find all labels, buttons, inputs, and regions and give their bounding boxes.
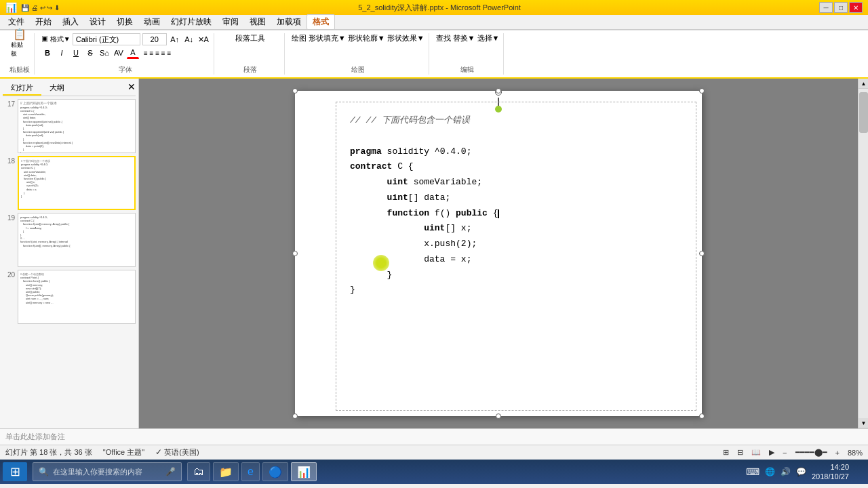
powerpoint-icon: 📊: [297, 466, 311, 479]
view-normal[interactable]: ⊞: [723, 448, 729, 457]
zoom-in-button[interactable]: +: [835, 449, 840, 457]
code-push: x.push(2);: [350, 237, 682, 252]
italic-button[interactable]: I: [56, 47, 68, 59]
search-box[interactable]: 🔍 在这里输入你要搜索的内容 🎤: [33, 462, 182, 481]
menu-slideshow[interactable]: 幻灯片放映: [165, 15, 217, 29]
task-view-icon: 🗂: [193, 466, 204, 478]
font-size-input[interactable]: [142, 33, 167, 45]
code-content: // // 下面代码包含一个错误 pragma solidity ^0.4.0;…: [336, 102, 696, 309]
tab-slides[interactable]: 幻灯片: [3, 81, 41, 96]
tab-outline[interactable]: 大纲: [41, 81, 73, 96]
menu-design[interactable]: 设计: [84, 15, 111, 29]
start-button[interactable]: ⊞: [3, 462, 27, 481]
language-indicator[interactable]: ✓ 英语(美国): [155, 447, 199, 458]
menu-transition[interactable]: 切换: [111, 15, 138, 29]
slide-thumb-19[interactable]: 19 pragma solidity ^0.4.0; contract C { …: [3, 213, 136, 267]
tray-network[interactable]: 🌐: [765, 467, 775, 476]
slide-panel: 幻灯片 大纲 ✕ 17 // 上面代码的另一个版本 pragma solidit…: [0, 79, 139, 428]
strikethrough-button[interactable]: S: [84, 47, 96, 59]
taskbar-task-view[interactable]: 🗂: [187, 462, 210, 481]
menu-insert[interactable]: 插入: [57, 15, 84, 29]
menu-view[interactable]: 视图: [244, 15, 271, 29]
view-slideshow[interactable]: ▶: [769, 448, 774, 457]
view-reading[interactable]: 📖: [751, 448, 761, 457]
code-contract: contract C {: [350, 159, 682, 175]
view-slide-sorter[interactable]: ⊟: [737, 448, 743, 457]
system-clock[interactable]: 14:20 2018/10/27: [812, 462, 849, 482]
font-size-icon: ▣ 格式▼: [41, 35, 71, 44]
code-uint-x: uint[] x;: [350, 221, 682, 237]
minimize-button[interactable]: ─: [819, 2, 833, 13]
taskbar-file-explorer[interactable]: 📁: [213, 462, 239, 481]
windows-icon: ⊞: [10, 464, 20, 479]
underline-button[interactable]: U: [70, 47, 82, 59]
code-function: function f() public {: [350, 206, 682, 222]
scroll-thumb[interactable]: [859, 92, 868, 133]
status-bar: 幻灯片 第 18 张，共 36 张 "Office 主题" ✓ 英语(美国) ⊞…: [0, 445, 868, 460]
font-format-row: B I U S S⌂ AV A ≡ ≡ ≡ ≡ ≡: [41, 47, 171, 59]
slide-info: 幻灯片 第 18 张，共 36 张: [5, 447, 92, 458]
close-button[interactable]: ✕: [849, 2, 863, 13]
app-icon: 📊: [5, 2, 17, 13]
zoom-bar[interactable]: ━━━━⬤━: [795, 448, 827, 457]
title-bar: 📊 💾 🖨 ↩ ↪ ⬇ 5_2_solidity深入讲解.pptx - Micr…: [0, 0, 868, 15]
menu-addins[interactable]: 加载项: [271, 15, 307, 29]
menu-review[interactable]: 审阅: [217, 15, 244, 29]
handle-tl[interactable]: [292, 88, 298, 94]
code-close-contract: }: [350, 283, 682, 298]
file-explorer-icon: 📁: [219, 466, 233, 479]
menu-animation[interactable]: 动画: [138, 15, 165, 29]
vertical-scrollbar[interactable]: ▲ ▼: [858, 79, 868, 428]
clear-format-button[interactable]: ✕A: [197, 33, 210, 45]
shadow-button[interactable]: S⌂: [98, 47, 111, 59]
taskbar-powerpoint[interactable]: 📊: [291, 462, 317, 481]
theme-info: "Office 主题": [103, 447, 144, 458]
char-spacing-button[interactable]: AV: [113, 47, 125, 59]
notes-bar: 单击此处添加备注: [0, 428, 868, 445]
code-close-fn: }: [350, 268, 682, 283]
code-data-assign: data = x;: [350, 252, 682, 268]
zoom-percent[interactable]: 88%: [848, 449, 863, 457]
handle-bl[interactable]: [292, 413, 298, 419]
font-name-input[interactable]: [73, 33, 140, 45]
slide-thumb-20[interactable]: 20 // 创建一个动态数组 contract Point { function…: [3, 270, 136, 324]
zoom-out-button[interactable]: −: [783, 449, 787, 457]
microphone-icon[interactable]: 🎤: [165, 467, 176, 476]
restore-button[interactable]: □: [834, 2, 848, 13]
menu-start[interactable]: 开始: [30, 15, 57, 29]
handle-ml[interactable]: [292, 251, 298, 256]
tray-notification[interactable]: 💬: [796, 467, 806, 476]
ribbon-group-paragraph: 段落工具 段落: [217, 33, 285, 75]
clock-date: 2018/10/27: [812, 472, 849, 481]
ie-icon: e: [248, 466, 254, 478]
handle-mr[interactable]: [699, 251, 705, 256]
paste-button[interactable]: 📋 粘贴板: [10, 33, 29, 52]
code-uint-data: uint[] data;: [350, 190, 682, 206]
slide-thumb-17[interactable]: 17 // 上面代码的另一个版本 pragma solidity ^0.4.0;…: [3, 99, 136, 153]
tray-volume[interactable]: 🔊: [781, 467, 791, 476]
ribbon: 📋 粘贴板 粘贴板 ▣ 格式▼ A↑ A↓ ✕A B I: [0, 30, 868, 79]
font-color-button[interactable]: A: [127, 47, 139, 59]
taskbar: ⊞ 🔍 在这里输入你要搜索的内容 🎤 🗂 📁 e 🔵 📊 ⌨ 🌐 🔊 💬 14:…: [0, 460, 868, 484]
scroll-down-button[interactable]: ▼: [859, 418, 868, 428]
taskbar-right: ⌨ 🌐 🔊 💬 14:20 2018/10/27: [746, 462, 865, 482]
code-pragma: pragma solidity ^0.4.0;: [350, 144, 682, 160]
font-size-decrease[interactable]: A↓: [183, 33, 195, 45]
handle-bc[interactable]: [496, 413, 501, 419]
panel-close-button[interactable]: ✕: [127, 81, 136, 96]
menu-format[interactable]: 格式: [307, 14, 335, 30]
scroll-up-button[interactable]: ▲: [859, 79, 868, 89]
tray-keyboard[interactable]: ⌨: [746, 466, 760, 477]
slide-thumb-18[interactable]: 18 // 下面代码包含一个错误 pragma solidity ^0.4.0;…: [3, 156, 136, 210]
ribbon-group-font: ▣ 格式▼ A↑ A↓ ✕A B I U S S⌂ AV A ≡ ≡ ≡ ≡ ≡: [37, 33, 214, 75]
taskbar-chrome[interactable]: 🔵: [262, 462, 288, 481]
text-box[interactable]: // // 下面代码包含一个错误 pragma solidity ^0.4.0;…: [336, 102, 696, 411]
taskbar-ie[interactable]: e: [241, 462, 260, 481]
handle-br[interactable]: [699, 413, 705, 419]
handle-tc[interactable]: [496, 88, 501, 94]
handle-tr[interactable]: [699, 88, 705, 94]
slide-canvas[interactable]: // // 下面代码包含一个错误 pragma solidity ^0.4.0;…: [295, 91, 702, 416]
comment-line: // // 下面代码包含一个错误: [350, 113, 682, 129]
font-size-increase[interactable]: A↑: [169, 33, 181, 45]
bold-button[interactable]: B: [41, 47, 54, 59]
